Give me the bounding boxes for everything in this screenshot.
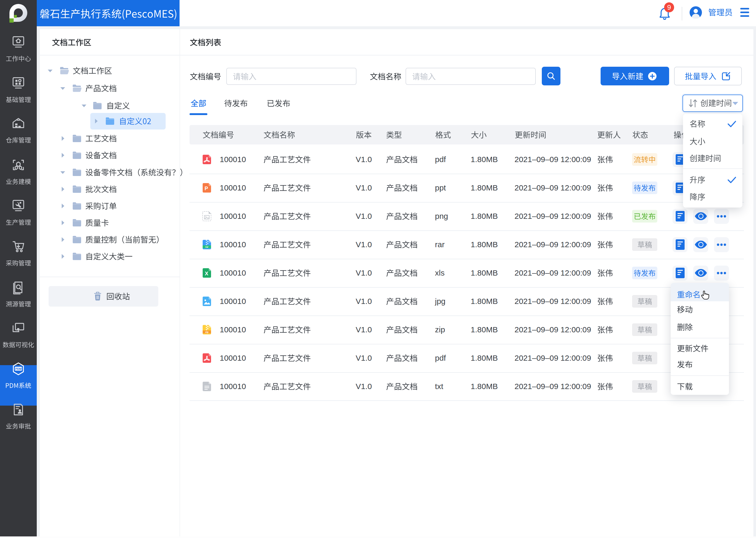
svg-text:PDM: PDM bbox=[15, 367, 22, 370]
svg-text:X: X bbox=[205, 271, 209, 276]
svg-text:zip: zip bbox=[205, 331, 209, 333]
svg-text:P: P bbox=[205, 186, 208, 191]
svg-text:rar: rar bbox=[205, 245, 209, 248]
